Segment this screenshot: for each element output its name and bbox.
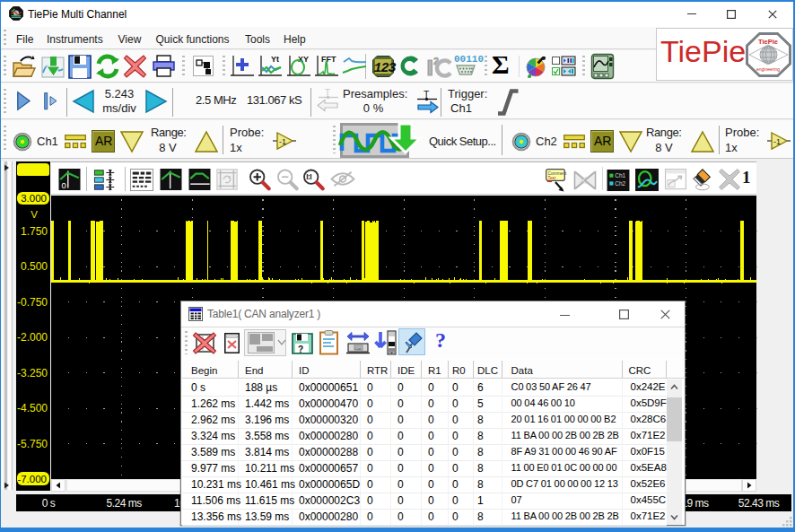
svg-text:I:I: I:I (306, 172, 311, 181)
svg-text:00110: 00110 (454, 54, 484, 65)
svg-text:123: 123 (374, 61, 397, 76)
svg-text:Ch1: Ch1 (615, 172, 625, 179)
svg-text:?: ? (298, 344, 303, 354)
svg-text:Test: Test (548, 176, 556, 180)
svg-text:Col: Col (355, 346, 361, 351)
svg-text:-1: -1 (279, 137, 286, 146)
svg-text:0: 0 (62, 180, 66, 190)
svg-text:TiePie: TiePie (758, 38, 778, 46)
svg-text:engineering: engineering (756, 66, 780, 72)
svg-text:-1: -1 (773, 137, 781, 146)
svg-text:Ch2: Ch2 (615, 180, 625, 187)
svg-text:Yt: Yt (271, 55, 279, 64)
svg-text:Comment: Comment (548, 171, 567, 176)
svg-text:FFT: FFT (321, 55, 336, 64)
